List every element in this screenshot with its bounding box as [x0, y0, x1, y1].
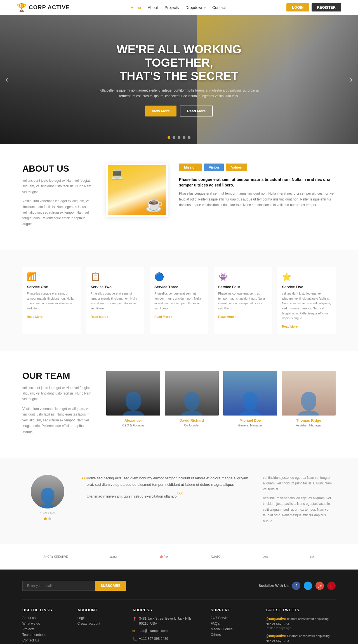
- tweet-time-1: Posted 2 days ago: [266, 626, 336, 630]
- hero-content: WE'RE ALL WORKING TOGETHER, THAT'S THE S…: [92, 43, 266, 117]
- testimonial-center: Polite sadipscing elitz, sed diam nonumy…: [84, 475, 252, 502]
- footer-link-contact[interactable]: Contact Us: [22, 638, 69, 642]
- footer-link-faq[interactable]: FAQ's: [211, 622, 257, 626]
- brand[interactable]: 🏆 CORP ACTIVE: [17, 3, 70, 12]
- address-street: 📍 3481 Jack Street Beverly Jack Hills 90…: [132, 616, 202, 626]
- nav-about[interactable]: About: [148, 5, 158, 10]
- footer-link-247[interactable]: 24/7 Service: [211, 616, 257, 620]
- register-button[interactable]: REGISTER: [312, 3, 341, 11]
- socialize-label: Socialize With Us: [258, 584, 289, 588]
- hero-dot-1[interactable]: [168, 136, 170, 139]
- team-photo-david: 👤: [165, 371, 219, 416]
- team-card-4: 👤 Thomas Ridge Assistant Manager: [282, 371, 336, 438]
- phone-icon: 📞: [132, 636, 137, 642]
- hero-dot-2[interactable]: [173, 136, 175, 139]
- footer-link-projects[interactable]: Projects: [22, 627, 69, 631]
- about-text-2: Vestibulum venenatis leo eget ex aliquam…: [22, 198, 95, 227]
- social-facebook-icon[interactable]: f: [292, 582, 300, 590]
- tab-values[interactable]: Values: [226, 164, 247, 171]
- service-text-2: Phasellus congue erat sem, ut tempor mau…: [91, 291, 140, 311]
- testimonial-dot-inactive[interactable]: [48, 517, 51, 520]
- team-title: OUR TEAM: [22, 371, 95, 381]
- service-card-1: 📶 Service One Phasellus congue erat sem,…: [22, 267, 81, 334]
- footer-support-title: SUPPORT: [211, 608, 257, 612]
- hero-dot-4[interactable]: [183, 136, 185, 139]
- brand-icon: 🏆: [17, 3, 27, 12]
- footer-link-login[interactable]: Login: [77, 616, 124, 620]
- service-card-5: ⭐ Service Five vel tincidunt justo leo e…: [277, 267, 336, 334]
- tab-mission[interactable]: Mission: [179, 164, 202, 171]
- partner-pay: pay: [310, 555, 314, 558]
- partner-apper: apper: [110, 555, 117, 558]
- service-card-3: 🔵 Service Three Phasellus congue erat se…: [150, 267, 208, 334]
- hero-next-arrow[interactable]: ›: [350, 75, 352, 84]
- team-name-2: David Richard: [165, 418, 219, 423]
- testimonial-date: 4 days ago: [40, 511, 55, 514]
- brand-name: CORP ACTIVE: [29, 4, 70, 11]
- about-tabs: Mission Vision Values: [179, 164, 336, 171]
- service-name-5: Service Five: [282, 285, 331, 289]
- team-role-4: Assistant Manager: [282, 424, 336, 427]
- about-tab-body: Phasellus congue erat sem, ut tempor mau…: [179, 191, 336, 208]
- service-icon-5: ⭐: [282, 272, 331, 281]
- social-pinterest-icon[interactable]: p: [327, 582, 336, 590]
- testimonial-right: vel tincidunt justo leo eget ex Nam vel …: [263, 475, 336, 527]
- service-name-2: Service Two: [91, 285, 140, 289]
- about-section: ABOUT US vel tincidunt justo leo eget ex…: [0, 144, 358, 250]
- service-link-1[interactable]: Read More: [27, 315, 44, 318]
- footer-link-create-account[interactable]: Create account: [77, 622, 124, 626]
- team-left: OUR TEAM vel tincidunt justo leo eget ex…: [22, 371, 95, 438]
- social-googleplus-icon[interactable]: g+: [315, 582, 324, 590]
- hero-buttons: View More Read More: [92, 106, 266, 116]
- nav-home[interactable]: Home: [131, 5, 141, 10]
- team-role-1: CEO & Founder: [106, 424, 160, 427]
- service-icon-3: 🔵: [154, 272, 204, 281]
- view-more-button[interactable]: View More: [145, 106, 176, 116]
- person-silhouette-1: 👤: [119, 393, 147, 416]
- hero-dot-3[interactable]: [178, 136, 180, 139]
- service-name-4: Service Four: [218, 285, 267, 289]
- footer-link-team[interactable]: Team members: [22, 633, 69, 637]
- service-link-5[interactable]: Read More: [282, 325, 300, 328]
- footer-link-what-we-do[interactable]: What we do: [22, 622, 69, 626]
- about-text-1: vel tincidunt justo leo eget ex Nam vel …: [22, 178, 95, 195]
- about-image-container: 💻 ☕: [106, 164, 168, 217]
- tweet-item-2: @corpactive Sit amet consectetur adipisc…: [266, 633, 336, 644]
- tab-vision[interactable]: Vision: [204, 164, 224, 171]
- testimonial-quote: Polite sadipscing elitz, sed diam nonumy…: [84, 475, 252, 502]
- footer-address: ADDRESS 📍 3481 Jack Street Beverly Jack …: [132, 608, 202, 644]
- login-button[interactable]: LOGIN: [286, 3, 309, 11]
- about-title: ABOUT US: [22, 164, 95, 174]
- person-silhouette-4: 👤: [295, 393, 323, 416]
- nav-projects[interactable]: Projects: [165, 5, 179, 10]
- footer-link-others[interactable]: Others: [211, 633, 257, 637]
- nav-buttons: LOGIN REGISTER: [286, 3, 341, 11]
- service-icon-4: 👾: [218, 272, 267, 281]
- footer-address-title: ADDRESS: [132, 608, 202, 612]
- team-photo-alexander: 👤: [106, 371, 160, 416]
- footer-link-media[interactable]: Media Queries: [211, 627, 257, 631]
- service-link-4[interactable]: Read More: [218, 315, 236, 318]
- footer-useful-links-title: USEFUL LINKS: [22, 608, 69, 612]
- testimonial-dot-active[interactable]: [44, 517, 47, 520]
- tweet-item-1: @corpactive ut amet consectetur adipisci…: [266, 616, 336, 630]
- hero-dot-5[interactable]: [188, 136, 190, 139]
- hero-subtitle: nulla pellentesque mi non laoreet eleife…: [92, 88, 266, 99]
- tweet-user-2: @corpactive: [266, 634, 286, 638]
- team-photo-thomas: 👤: [282, 371, 336, 416]
- social-twitter-icon[interactable]: t: [304, 582, 312, 590]
- partner-angry-creative: ANGRY CREATIVE: [44, 555, 68, 558]
- service-link-2[interactable]: Read More: [91, 315, 108, 318]
- service-icon-1: 📶: [27, 272, 76, 281]
- footer-tweets: LATEST TWEETS @corpactive ut amet consec…: [266, 608, 336, 644]
- coffee-cup-icon: ☕: [145, 196, 163, 213]
- nav-contact[interactable]: Contact: [212, 5, 226, 10]
- service-link-3[interactable]: Read More: [154, 315, 172, 318]
- hero-prev-arrow[interactable]: ‹: [6, 75, 8, 84]
- service-icon-2: 📋: [91, 272, 140, 281]
- subscribe-email-input[interactable]: [22, 581, 95, 591]
- footer-link-about-us[interactable]: About us: [22, 616, 69, 620]
- subscribe-button[interactable]: SUBSCRIBE: [95, 581, 126, 591]
- hero-read-more-button[interactable]: Read More: [180, 106, 213, 116]
- nav-dropdown[interactable]: Dropdown: [185, 5, 206, 10]
